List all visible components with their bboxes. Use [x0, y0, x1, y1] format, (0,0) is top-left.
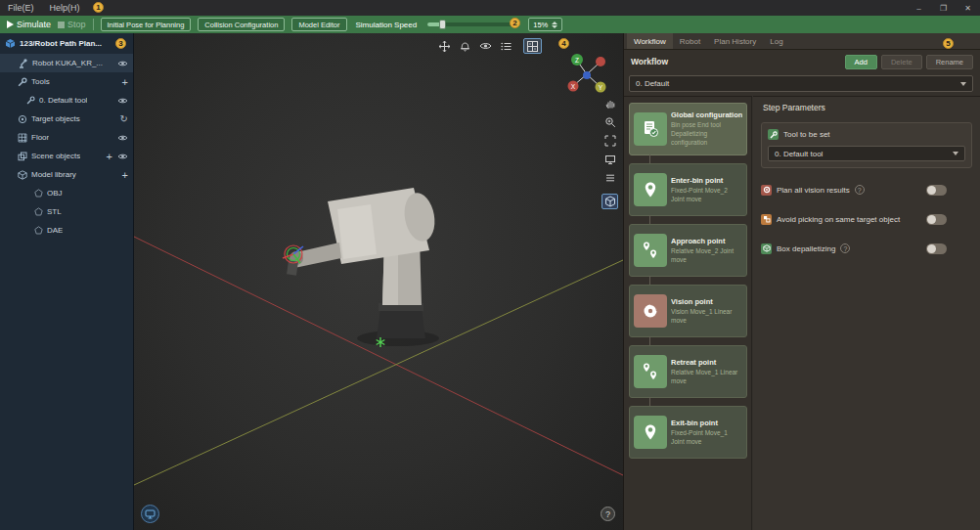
- model-editor-button[interactable]: Model Editor: [291, 18, 346, 31]
- sidebar-item-target-objects[interactable]: Target objects ↻: [0, 110, 133, 128]
- tab-workflow[interactable]: Workflow: [627, 33, 673, 49]
- sidebar-item-obj[interactable]: OBJ: [0, 184, 133, 202]
- 3d-scene: [134, 33, 623, 530]
- scene-tree-sidebar: 123/Robot Path Plan... Robot KUKA_KR_...…: [0, 33, 134, 530]
- mesh-icon: [34, 189, 43, 198]
- axis-ball[interactable]: [596, 57, 605, 66]
- mesh-icon: [34, 226, 43, 235]
- zoom-button[interactable]: [601, 114, 618, 130]
- step-subtitle: Relative Move_2 Joint move: [671, 247, 742, 265]
- pan-hand-button[interactable]: [601, 96, 618, 111]
- step-subtitle: Fixed-Point Move_1 Joint move: [671, 429, 742, 447]
- spinner-up-icon[interactable]: [552, 22, 557, 24]
- tab-robot[interactable]: Robot: [673, 33, 707, 49]
- step-exit-bin-point[interactable]: Exit-bin point Fixed-Point Move_1 Joint …: [629, 406, 747, 459]
- 3d-viewport[interactable]: Z X Y: [134, 33, 623, 530]
- step-global-configuration[interactable]: Global configuration Bin pose End tool D…: [629, 103, 747, 155]
- layers-button[interactable]: [601, 170, 618, 186]
- center-ball[interactable]: [583, 71, 591, 79]
- param-avoid-picking-same-target: Avoid picking on same target object: [761, 211, 972, 227]
- transform-tool-button[interactable]: [435, 38, 454, 54]
- step-title: Global configuration: [671, 110, 742, 119]
- spinner-arrows[interactable]: [552, 22, 557, 28]
- maximize-button[interactable]: ❐: [931, 0, 956, 16]
- workflow-select-dropdown[interactable]: 0. Default: [629, 75, 973, 92]
- sidebar-item-tools[interactable]: Tools +: [0, 72, 133, 91]
- help-icon[interactable]: ?: [855, 185, 865, 195]
- delete-workflow-button[interactable]: Delete: [881, 55, 922, 69]
- fit-view-button[interactable]: [601, 133, 618, 149]
- spinner-down-icon[interactable]: [552, 25, 557, 28]
- y-axis-label: Y: [599, 84, 603, 91]
- virtual-camera-button[interactable]: [141, 505, 159, 523]
- help-icon[interactable]: ?: [840, 243, 850, 253]
- sidebar-item-model-library[interactable]: Model library +: [0, 165, 133, 184]
- tab-log[interactable]: Log: [763, 33, 789, 49]
- tab-plan-history[interactable]: Plan History: [707, 33, 763, 49]
- visibility-eye-icon[interactable]: [117, 134, 128, 142]
- close-button[interactable]: ✕: [956, 0, 980, 16]
- visibility-eye-icon[interactable]: [117, 97, 128, 105]
- add-model-icon[interactable]: +: [122, 170, 128, 180]
- bin-box-button[interactable]: [601, 194, 618, 209]
- sidebar-item-floor[interactable]: Floor: [0, 128, 133, 147]
- application-window: File(E) Help(H) – ❐ ✕ Simulate Stop Init…: [0, 0, 980, 530]
- toggle-avoid-picking-same-target[interactable]: [926, 214, 947, 225]
- grid-overlay-button[interactable]: [523, 38, 542, 54]
- box-depalletizing-icon: [761, 243, 772, 254]
- menu-bar: File(E) Help(H) – ❐ ✕: [0, 0, 980, 16]
- add-workflow-button[interactable]: Add: [845, 55, 877, 69]
- param-label: Avoid picking on same target object: [777, 215, 900, 224]
- tools-label: Tools: [31, 77, 50, 86]
- minimize-button[interactable]: –: [907, 0, 931, 16]
- simulate-button[interactable]: Simulate: [7, 20, 51, 29]
- step-enter-bin-point[interactable]: Enter-bin point Fixed-Point Move_2 Joint…: [629, 163, 747, 216]
- workflow-steps-list: Global configuration Bin pose End tool D…: [624, 96, 752, 530]
- visibility-eye-icon[interactable]: [117, 153, 128, 160]
- robot-icon: [18, 58, 28, 68]
- collision-configuration-button[interactable]: Collision Configuration: [198, 18, 285, 31]
- tcp-gizmo[interactable]: [283, 245, 303, 263]
- slider-knob[interactable]: [439, 20, 446, 29]
- list-view-button[interactable]: [497, 38, 515, 54]
- orientation-gizmo[interactable]: Z X Y: [564, 50, 609, 95]
- viewport-help-button[interactable]: ?: [601, 507, 615, 521]
- visibility-eye-icon[interactable]: [117, 60, 128, 67]
- tool-icon: [26, 96, 35, 105]
- global-config-icon: [634, 112, 667, 146]
- sidebar-item-default-tool[interactable]: 0. Default tool: [0, 91, 133, 110]
- initial-pose-button[interactable]: Initial Pose for Planning: [101, 18, 192, 31]
- projection-button[interactable]: [601, 152, 618, 167]
- menu-help[interactable]: Help(H): [42, 0, 88, 16]
- obj-label: OBJ: [47, 189, 63, 198]
- tool-select-dropdown[interactable]: 0. Default tool: [768, 146, 965, 161]
- project-header[interactable]: 123/Robot Path Plan...: [0, 33, 133, 54]
- sidebar-item-scene-objects[interactable]: Scene objects +: [0, 147, 133, 165]
- z-axis-label: Z: [575, 57, 579, 64]
- add-tool-icon[interactable]: +: [122, 77, 128, 87]
- menu-file[interactable]: File(E): [0, 0, 42, 16]
- step-approach-point[interactable]: Approach point Relative Move_2 Joint mov…: [629, 224, 747, 277]
- speed-spinbox[interactable]: 15%: [528, 18, 562, 31]
- window-controls: – ❐ ✕: [907, 0, 980, 16]
- tool-setting-box: Tool to be set 0. Default tool: [761, 122, 972, 168]
- sidebar-item-dae[interactable]: DAE: [0, 221, 133, 240]
- tool-to-be-set-label: Tool to be set: [783, 130, 830, 139]
- alerts-bell-button[interactable]: [456, 38, 474, 54]
- workflow-select-value: 0. Default: [636, 79, 669, 88]
- step-retreat-point[interactable]: Retreat point Relative Move_1 Linear mov…: [629, 345, 747, 398]
- visibility-eye-button[interactable]: [476, 38, 495, 54]
- step-vision-point[interactable]: Vision point Vision Move_1 Linear move: [629, 285, 747, 337]
- rename-workflow-button[interactable]: Rename: [926, 55, 973, 69]
- add-scene-object-icon[interactable]: +: [107, 152, 112, 161]
- simulation-speed-slider[interactable]: [427, 22, 517, 26]
- stop-button[interactable]: Stop: [58, 20, 86, 29]
- mesh-icon: [34, 207, 43, 216]
- toggle-plan-all-vision-results[interactable]: [926, 185, 947, 196]
- param-box-depalletizing: Box depalletizing ?: [761, 241, 972, 256]
- param-plan-all-vision-results: Plan all vision results ?: [761, 182, 972, 198]
- sidebar-item-robot[interactable]: Robot KUKA_KR_...: [0, 54, 133, 72]
- sidebar-item-stl[interactable]: STL: [0, 202, 133, 221]
- refresh-icon[interactable]: ↻: [120, 114, 128, 124]
- toggle-box-depalletizing[interactable]: [926, 243, 947, 254]
